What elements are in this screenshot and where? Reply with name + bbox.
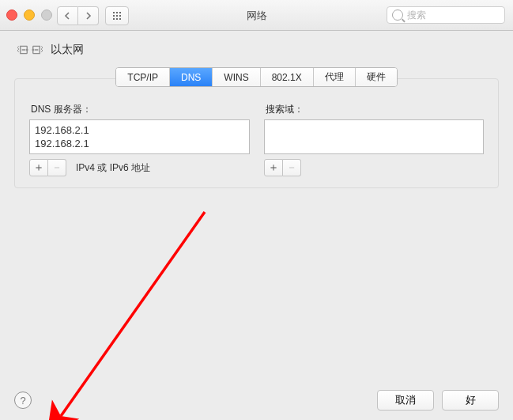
- tab-[interactable]: 代理: [314, 68, 356, 86]
- tab-[interactable]: 硬件: [356, 68, 397, 86]
- dns-server-entry[interactable]: 192.168.2.1: [35, 137, 244, 150]
- search-domains-label: 搜索域：: [266, 103, 485, 116]
- dns-servers-column: DNS 服务器： 192.168.2.1192.168.2.1 ＋ － IPv4…: [29, 103, 250, 176]
- add-dns-server-button[interactable]: ＋: [29, 159, 48, 176]
- tab-wins[interactable]: WINS: [213, 68, 260, 86]
- tab-dns[interactable]: DNS: [170, 68, 213, 86]
- search-domains-column: 搜索域： ＋ －: [264, 103, 485, 176]
- help-button[interactable]: ?: [14, 392, 32, 409]
- search-placeholder: 搜索: [407, 9, 426, 22]
- footer: ? 取消 好: [0, 380, 513, 420]
- ethernet-icon: [17, 42, 43, 58]
- search-field[interactable]: 搜索: [387, 6, 505, 24]
- remove-dns-server-button[interactable]: －: [48, 159, 66, 176]
- dns-pane: DNS 服务器： 192.168.2.1192.168.2.1 ＋ － IPv4…: [14, 78, 499, 188]
- titlebar: 网络 搜索: [0, 0, 513, 31]
- pane-header: 以太网: [0, 31, 513, 66]
- svg-point-1: [32, 49, 34, 51]
- tab-8021x[interactable]: 802.1X: [261, 68, 314, 86]
- search-icon: [392, 9, 403, 21]
- dns-server-entry[interactable]: 192.168.2.1: [35, 123, 244, 137]
- add-search-domain-button[interactable]: ＋: [264, 159, 283, 176]
- dns-servers-label: DNS 服务器：: [31, 103, 250, 116]
- tab-bar: TCP/IPDNSWINS802.1X代理硬件: [0, 67, 513, 87]
- remove-search-domain-button[interactable]: －: [283, 159, 301, 176]
- svg-point-0: [26, 49, 28, 51]
- search-domains-list[interactable]: [264, 119, 485, 154]
- dns-servers-list[interactable]: 192.168.2.1192.168.2.1: [29, 119, 250, 154]
- tab-tcpip[interactable]: TCP/IP: [116, 68, 170, 86]
- interface-name: 以太网: [51, 43, 84, 57]
- cancel-button[interactable]: 取消: [377, 390, 434, 411]
- ok-button[interactable]: 好: [442, 390, 499, 411]
- dns-address-hint: IPv4 或 IPv6 地址: [76, 161, 150, 175]
